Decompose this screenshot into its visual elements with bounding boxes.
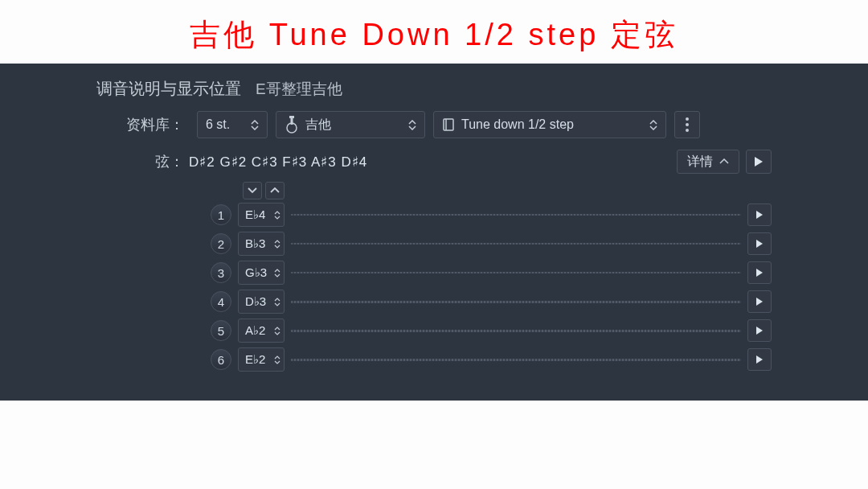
note-spinner[interactable]: A♭2 bbox=[238, 318, 285, 343]
svg-rect-1 bbox=[291, 117, 293, 125]
transpose-up-button[interactable] bbox=[265, 182, 285, 199]
note-value: A♭2 bbox=[245, 323, 274, 338]
string-line bbox=[291, 243, 741, 244]
string-number: 4 bbox=[211, 291, 231, 312]
instrument-value: 吉他 bbox=[305, 117, 402, 134]
updown-icon bbox=[408, 120, 416, 130]
library-label: 资料库： bbox=[0, 115, 189, 134]
spinner-icon bbox=[274, 298, 280, 306]
note-value: B♭3 bbox=[245, 236, 274, 251]
note-spinner[interactable]: G♭3 bbox=[238, 261, 285, 285]
play-string-button[interactable] bbox=[747, 203, 772, 226]
string-line bbox=[291, 272, 741, 273]
updown-icon bbox=[649, 120, 657, 130]
string-row: 6E♭2 bbox=[211, 347, 772, 372]
overlay-title: 吉他 Tune Down 1/2 step 定弦 bbox=[0, 0, 868, 64]
svg-point-7 bbox=[686, 129, 689, 132]
tuning-preset-value: Tune down 1/2 step bbox=[461, 117, 643, 132]
string-count-value: 6 st. bbox=[206, 117, 230, 132]
note-value: D♭3 bbox=[245, 294, 274, 309]
svg-point-5 bbox=[686, 117, 689, 121]
collapse-up-icon bbox=[719, 158, 729, 165]
spinner-icon bbox=[274, 355, 280, 364]
string-number: 1 bbox=[211, 204, 231, 225]
section-title: 调音说明与显示位置 bbox=[96, 78, 241, 100]
play-icon bbox=[755, 326, 764, 335]
note-value: G♭3 bbox=[245, 265, 274, 280]
play-icon bbox=[754, 156, 764, 167]
svg-rect-2 bbox=[289, 116, 294, 118]
play-icon bbox=[755, 297, 764, 306]
play-icon bbox=[755, 355, 764, 364]
library-row: 资料库： 6 st. 吉他 Tune down 1/2 step bbox=[0, 111, 868, 146]
play-string-button[interactable] bbox=[747, 232, 772, 255]
svg-rect-3 bbox=[444, 119, 453, 130]
string-number: 3 bbox=[211, 262, 231, 283]
play-all-button[interactable] bbox=[746, 150, 772, 174]
play-icon bbox=[755, 268, 764, 277]
string-line bbox=[291, 301, 741, 303]
book-icon bbox=[442, 117, 455, 132]
details-label: 详情 bbox=[687, 154, 713, 171]
kebab-icon bbox=[686, 117, 689, 132]
play-string-button[interactable] bbox=[747, 290, 772, 313]
string-line bbox=[291, 214, 741, 216]
svg-point-6 bbox=[686, 123, 689, 126]
string-row: 4D♭3 bbox=[211, 290, 772, 314]
strings-summary-row: 弦： D♯2 G♯2 C♯3 F♯3 A♯3 D♯4 详情 bbox=[0, 146, 868, 182]
global-transpose-controls bbox=[211, 182, 772, 203]
tuning-area: 1E♭42B♭33G♭34D♭35A♭26E♭2 bbox=[0, 182, 868, 372]
strings-label: 弦： bbox=[0, 152, 189, 171]
string-row: 3G♭3 bbox=[211, 261, 772, 285]
note-spinner[interactable]: E♭2 bbox=[238, 347, 285, 372]
string-line bbox=[291, 359, 741, 361]
string-number: 2 bbox=[211, 233, 231, 254]
note-spinner[interactable]: D♭3 bbox=[238, 290, 285, 314]
tuning-preset-select[interactable]: Tune down 1/2 step bbox=[433, 111, 666, 138]
instrument-select[interactable]: 吉他 bbox=[276, 111, 425, 138]
tuning-panel: 调音说明与显示位置 E哥整理吉他 资料库： 6 st. 吉他 bbox=[0, 64, 868, 401]
play-string-button[interactable] bbox=[747, 319, 772, 342]
section-header: 调音说明与显示位置 E哥整理吉他 bbox=[0, 78, 868, 111]
string-row: 5A♭2 bbox=[211, 318, 772, 343]
details-toggle-button[interactable]: 详情 bbox=[677, 150, 739, 174]
spinner-icon bbox=[274, 211, 280, 220]
string-row: 1E♭4 bbox=[211, 203, 772, 227]
string-line bbox=[291, 330, 741, 332]
note-value: E♭4 bbox=[245, 208, 274, 222]
play-icon bbox=[755, 210, 764, 220]
play-string-button[interactable] bbox=[747, 348, 772, 371]
string-number: 6 bbox=[211, 349, 231, 370]
note-value: E♭2 bbox=[245, 352, 274, 367]
play-icon bbox=[755, 239, 764, 249]
strings-readout: D♯2 G♯2 C♯3 F♯3 A♯3 D♯4 bbox=[189, 154, 677, 171]
transpose-down-button[interactable] bbox=[243, 182, 262, 199]
updown-icon bbox=[251, 120, 259, 130]
string-row: 2B♭3 bbox=[211, 232, 772, 256]
note-spinner[interactable]: B♭3 bbox=[238, 232, 285, 256]
guitar-icon bbox=[285, 116, 299, 134]
note-spinner[interactable]: E♭4 bbox=[238, 203, 285, 227]
spinner-icon bbox=[274, 269, 280, 277]
spinner-icon bbox=[274, 240, 280, 249]
string-count-select[interactable]: 6 st. bbox=[197, 111, 268, 138]
section-subtitle: E哥整理吉他 bbox=[256, 79, 342, 100]
more-menu-button[interactable] bbox=[674, 111, 700, 138]
spinner-icon bbox=[274, 327, 280, 335]
play-string-button[interactable] bbox=[747, 261, 772, 284]
string-number: 5 bbox=[211, 320, 231, 341]
